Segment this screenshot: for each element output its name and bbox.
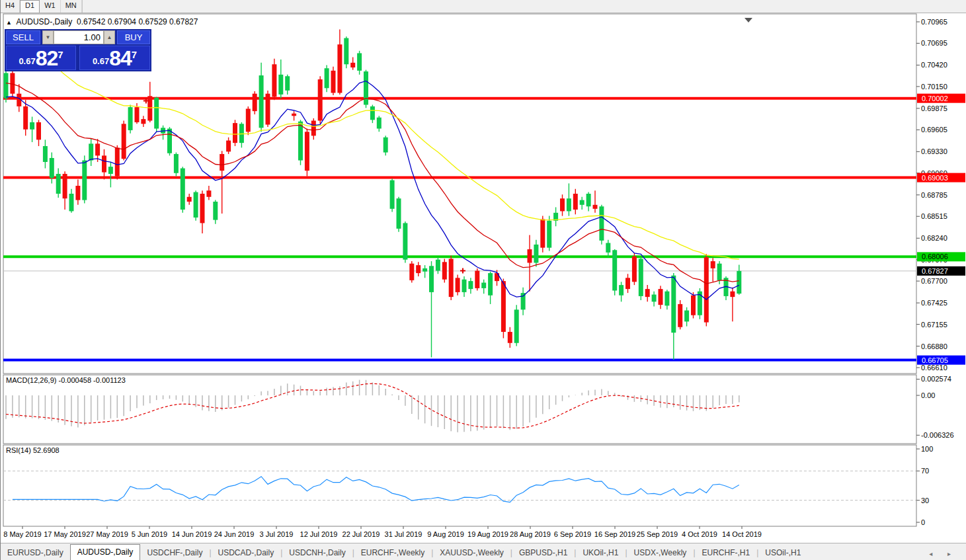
svg-text:0.67700: 0.67700 xyxy=(921,277,947,285)
sell-price-big: 82 xyxy=(36,48,58,68)
svg-text:25 Sep 2019: 25 Sep 2019 xyxy=(637,530,678,538)
chart-tab-eurchf-h1[interactable]: EURCHF-,H1 xyxy=(696,545,757,560)
svg-text:0.66880: 0.66880 xyxy=(921,342,947,350)
svg-text:0.68785: 0.68785 xyxy=(921,191,947,199)
svg-text:0.69330: 0.69330 xyxy=(921,147,947,155)
svg-text:28 Aug 2019: 28 Aug 2019 xyxy=(510,530,551,538)
svg-text:14 Jun 2019: 14 Jun 2019 xyxy=(172,530,212,538)
svg-text:24 Jun 2019: 24 Jun 2019 xyxy=(214,530,255,538)
svg-text:100: 100 xyxy=(921,445,933,453)
buy-price-sup: 7 xyxy=(132,49,137,60)
svg-text:0.69875: 0.69875 xyxy=(921,104,947,112)
svg-text:12 Jul 2019: 12 Jul 2019 xyxy=(300,530,338,538)
svg-text:0.68240: 0.68240 xyxy=(921,234,947,242)
volume-decrease-icon[interactable]: ▼ xyxy=(42,30,54,44)
chart-ohlc-header: ▲ AUDUSD-,Daily 0.67542 0.67904 0.67529 … xyxy=(6,17,198,26)
rsi-axis: 10070300 xyxy=(916,445,933,526)
svg-text:6 Sep 2019: 6 Sep 2019 xyxy=(554,530,591,538)
sell-price-sup: 7 xyxy=(58,49,63,60)
svg-text:-0.006326: -0.006326 xyxy=(921,431,954,439)
chart-tab-audusd-daily[interactable]: AUDUSD-,Daily xyxy=(70,544,141,560)
chart-tab-gbpusd-h1[interactable]: GBPUSD-,H1 xyxy=(512,545,574,560)
svg-text:70: 70 xyxy=(921,467,929,475)
svg-text:0.70150: 0.70150 xyxy=(921,83,947,91)
svg-text:30: 30 xyxy=(921,497,929,504)
chart-tab-usdx-weekly[interactable]: USDX-,Weekly xyxy=(627,545,694,560)
svg-text:0.68006: 0.68006 xyxy=(922,253,948,260)
svg-text:0.70695: 0.70695 xyxy=(921,39,947,47)
svg-text:0.002574: 0.002574 xyxy=(921,375,951,383)
svg-text:17 May 2019: 17 May 2019 xyxy=(44,530,86,538)
price-axis: 0.709650.706950.704200.701500.698750.696… xyxy=(916,18,947,372)
svg-text:0: 0 xyxy=(921,518,925,526)
chart-canvas[interactable]: 0.709650.706950.704200.701500.698750.696… xyxy=(1,0,966,543)
sell-price-display[interactable]: 0.67 82 7 xyxy=(6,46,76,70)
sell-button[interactable]: SELL xyxy=(6,30,40,44)
svg-text:8 May 2019: 8 May 2019 xyxy=(3,530,41,538)
one-click-collapse-icon[interactable]: ▲ xyxy=(6,19,12,26)
svg-text:0.70965: 0.70965 xyxy=(921,18,947,26)
svg-text:19 Aug 2019: 19 Aug 2019 xyxy=(467,530,508,538)
svg-text:14 Oct 2019: 14 Oct 2019 xyxy=(722,530,762,538)
panel-frames xyxy=(3,14,916,526)
chart-symbol-label: AUDUSD-,Daily xyxy=(17,17,73,26)
svg-text:31 Jul 2019: 31 Jul 2019 xyxy=(385,530,423,538)
volume-input[interactable]: 1.00 xyxy=(54,30,104,44)
volume-increase-icon[interactable]: ▲ xyxy=(104,30,115,44)
svg-text:0.67155: 0.67155 xyxy=(921,321,947,329)
chart-tab-eurchf-weekly[interactable]: EURCHF-,Weekly xyxy=(354,545,431,560)
svg-text:3 Jul 2019: 3 Jul 2019 xyxy=(260,530,294,538)
svg-text:0.00: 0.00 xyxy=(921,391,935,399)
chart-tab-eurusd-daily[interactable]: EURUSD-,Daily xyxy=(1,545,70,560)
chart-tab-usdchf-daily[interactable]: USDCHF-,Daily xyxy=(140,545,209,560)
svg-text:0.70002: 0.70002 xyxy=(922,95,948,102)
buy-price-big: 84 xyxy=(109,48,132,68)
volume-stepper: ▼ 1.00 ▲ xyxy=(42,30,115,44)
svg-text:9 Aug 2019: 9 Aug 2019 xyxy=(427,530,464,538)
chart-tab-ukoil-h1[interactable]: UKOil-,H1 xyxy=(576,545,625,560)
svg-text:0.69003: 0.69003 xyxy=(922,174,948,182)
svg-text:0.67827: 0.67827 xyxy=(922,267,948,275)
mt4-window: H4D1W1MN 0.709650.706950.704200.701500.6… xyxy=(0,0,966,560)
svg-text:0.66610: 0.66610 xyxy=(921,364,947,372)
buy-button[interactable]: BUY xyxy=(117,30,150,44)
date-axis: 8 May 201917 May 201927 May 20195 Jun 20… xyxy=(3,526,762,538)
svg-text:0.69605: 0.69605 xyxy=(921,126,947,134)
buy-price-display[interactable]: 0.67 84 7 xyxy=(79,46,150,70)
chart-tab-usoil-h1[interactable]: USOil-,H1 xyxy=(758,545,807,560)
sell-price-prefix: 0.67 xyxy=(19,56,35,66)
tab-scroll-arrows[interactable]: ◂ ▸ xyxy=(929,547,966,560)
svg-text:22 Jul 2019: 22 Jul 2019 xyxy=(342,530,380,538)
macd-label: MACD(12,26,9) -0.000458 -0.001123 xyxy=(6,376,126,384)
svg-text:27 May 2019: 27 May 2019 xyxy=(86,530,128,538)
svg-text:0.66705: 0.66705 xyxy=(922,356,948,364)
svg-text:0.70420: 0.70420 xyxy=(921,61,947,69)
buy-price-prefix: 0.67 xyxy=(93,56,109,66)
chart-tab-xauusd-weekly[interactable]: XAUUSD-,Weekly xyxy=(433,545,510,560)
macd-axis: 0.0025740.00-0.006326 xyxy=(916,375,954,439)
chart-ohlc-values: 0.67542 0.67904 0.67529 0.67827 xyxy=(77,17,198,26)
chart-tab-bar: EURUSD-,DailyAUDUSD-,DailyUSDCHF-,Daily|… xyxy=(1,543,966,560)
svg-text:0.67425: 0.67425 xyxy=(921,299,947,307)
rsi-label: RSI(14) 52.6908 xyxy=(6,446,60,454)
svg-text:5 Jun 2019: 5 Jun 2019 xyxy=(132,530,167,538)
svg-text:0.68515: 0.68515 xyxy=(921,212,947,220)
svg-text:4 Oct 2019: 4 Oct 2019 xyxy=(682,530,717,538)
svg-text:16 Sep 2019: 16 Sep 2019 xyxy=(594,530,635,538)
chart-tab-usdcnh-daily[interactable]: USDCNH-,Daily xyxy=(282,545,352,560)
chart-tab-usdcad-daily[interactable]: USDCAD-,Daily xyxy=(212,545,281,560)
one-click-trading-panel: SELL ▼ 1.00 ▲ BUY 0.67 82 7 0.67 84 7 xyxy=(5,29,151,71)
